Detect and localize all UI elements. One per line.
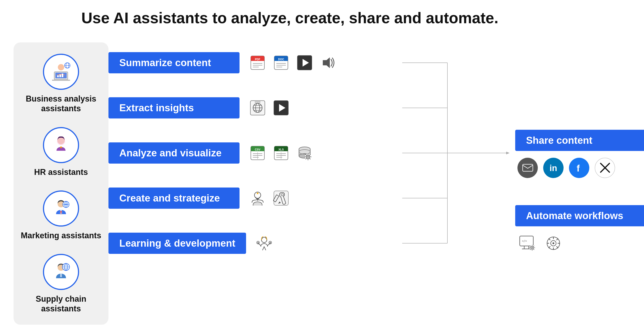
sidebar-label-business: Business analysis assistants [20,94,102,113]
right-icons-share: in f [518,158,644,178]
supply-chain-icon [43,254,79,290]
flow-label-create: Create and strategize [108,187,240,209]
web-icon: WWW [248,99,267,117]
automation-icon: </> [518,233,538,253]
flows-column: Summarize content PDF [108,40,402,325]
svg-text:PDF: PDF [255,58,260,61]
doc-icon: DOC [272,54,290,72]
svg-line-100 [262,247,264,250]
flow-row: Summarize content PDF [108,52,337,73]
svg-text:f: f [577,163,580,173]
email-icon [518,158,538,178]
flow-row-learning: Learning & development [108,221,402,266]
flow-row: Learning & development [108,233,273,254]
flow-row-analyze: Analyze and visualize CSV [108,130,402,175]
database-icon [296,144,314,162]
flow-label-extract: Extract insights [108,97,240,119]
svg-text:XLS: XLS [278,148,284,151]
svg-text:in: in [550,163,557,173]
svg-rect-2 [52,80,70,81]
xls-icon: XLS [272,144,290,162]
svg-rect-5 [60,74,61,77]
pdf-icon: PDF [248,54,267,72]
linkedin-icon: in [543,158,564,178]
svg-text:</>: </> [522,239,527,243]
sidebar-item-marketing[interactable]: Marketing assistants [21,190,101,240]
svg-point-96 [258,242,259,243]
svg-point-120 [532,247,533,248]
svg-rect-4 [57,75,59,77]
svg-point-131 [552,242,554,244]
flow-row: Create and strategize [108,187,290,209]
flow-row-summarize: Summarize content PDF [108,40,402,85]
right-section-automate: Automate workflows </> [515,205,644,253]
sidebar-label-hr: HR assistants [34,167,88,177]
settings-icon [543,233,564,253]
idea-icon [248,189,267,207]
svg-point-13 [60,147,62,148]
right-section-share: Share content in [515,130,644,178]
flow-row: Extract insights WWW [108,97,290,119]
svg-text:WWW: WWW [255,101,260,103]
marketing-icon [43,190,79,227]
flow-label-learning: Learning & development [108,233,246,254]
svg-line-94 [258,243,261,246]
svg-point-77 [307,156,309,158]
svg-line-97 [268,243,270,246]
svg-marker-43 [323,58,330,68]
sidebar-label-marketing: Marketing assistants [21,231,101,240]
right-icons-automate: </> [518,233,644,253]
svg-rect-21 [60,274,62,277]
twitter-icon [595,158,615,178]
video-icon-1 [296,54,314,72]
svg-line-137 [557,246,558,248]
svg-line-136 [549,238,550,240]
learning-icon [255,234,273,252]
flow-row: Analyze and visualize CSV [108,142,314,164]
flow-row-extract: Extract insights WWW [108,85,402,130]
right-panel: Share content in [515,40,644,325]
facebook-icon: f [569,158,589,178]
connector-area [402,40,515,325]
flow-label-summarize: Summarize content [108,52,240,73]
svg-marker-109 [506,152,510,154]
audio-icon [319,54,337,72]
flow-icons-summarize: PDF DOC [248,54,337,72]
svg-point-99 [270,242,271,243]
main-content: Business analysis assistants H [14,40,630,325]
sidebar-item-supply-chain[interactable]: Supply chain assistants [20,254,102,314]
svg-rect-110 [523,164,533,171]
sidebar-item-business-analysis[interactable]: Business analysis assistants [20,54,102,113]
svg-text:CSV: CSV [255,148,260,151]
sidebar: Business analysis assistants H [14,42,108,325]
sidebar-label-supply-chain: Supply chain assistants [20,294,102,314]
flow-label-analyze: Analyze and visualize [108,142,240,164]
svg-line-139 [549,246,550,248]
flow-icons-create [248,189,290,207]
flow-icons-analyze: CSV [248,144,314,162]
business-analysis-icon [43,54,79,90]
svg-point-93 [262,237,267,243]
flow-icons-extract: WWW [248,99,290,117]
tools-icon [272,189,290,207]
svg-line-138 [557,238,558,240]
csv-icon: CSV [248,144,267,162]
svg-rect-6 [62,74,63,77]
svg-line-101 [264,247,266,250]
sidebar-item-hr[interactable]: HR assistants [34,127,88,177]
right-label-automate: Automate workflows [515,205,644,226]
flow-icons-learning [255,234,273,252]
page-title: Use AI assistants to analyze, create, sh… [81,9,498,27]
video-icon-2 [272,99,290,117]
flow-row-create: Create and strategize [108,175,402,221]
right-label-share: Share content [515,130,644,151]
svg-text:DOC: DOC [278,58,284,61]
svg-point-3 [58,64,64,70]
hr-icon [43,127,79,163]
